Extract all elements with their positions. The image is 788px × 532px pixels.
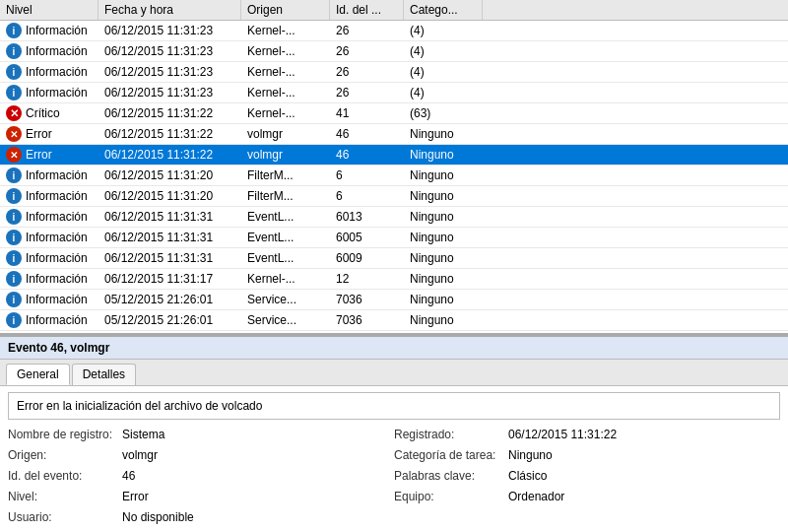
cat-cell: Ninguno <box>404 187 483 205</box>
nivel-text: Información <box>26 251 88 265</box>
origen-cell: Kernel-... <box>241 84 330 101</box>
nivel-text: Información <box>26 65 88 79</box>
field-label: Usuario: <box>8 510 116 524</box>
table-row[interactable]: iInformación06/12/2015 11:31:31EventL...… <box>0 207 788 228</box>
origen-cell: Kernel-... <box>241 22 330 39</box>
nivel-cell: iInformación <box>0 248 98 268</box>
field-value: Sistema <box>122 428 164 441</box>
fecha-cell: 06/12/2015 11:31:22 <box>98 104 241 122</box>
table-row[interactable]: ✕Crítico06/12/2015 11:31:22Kernel-...41(… <box>0 103 788 124</box>
info-icon: i <box>6 230 22 245</box>
id-cell: 41 <box>330 104 404 122</box>
nivel-text: Información <box>26 293 88 306</box>
id-cell: 26 <box>330 42 404 60</box>
error-icon: ✕ <box>6 147 22 163</box>
cat-cell: Ninguno <box>404 291 483 308</box>
detail-field-row: Categoría de tarea:Ninguno <box>394 448 780 462</box>
fecha-cell: 06/12/2015 11:31:23 <box>98 42 241 60</box>
table-row[interactable]: iInformación06/12/2015 11:31:23Kernel-..… <box>0 21 788 41</box>
table-row[interactable]: iInformación06/12/2015 11:31:31EventL...… <box>0 228 788 248</box>
info-icon: i <box>6 292 22 307</box>
field-value: Ordenador <box>508 490 564 503</box>
nivel-text: Información <box>26 24 88 37</box>
events-table-section: Nivel Fecha y hora Origen Id. del ... Ca… <box>0 0 788 335</box>
id-cell: 6009 <box>330 249 404 267</box>
field-value: 06/12/2015 11:31:22 <box>508 428 617 441</box>
col-header-cat[interactable]: Catego... <box>404 0 483 20</box>
table-row[interactable]: iInformación05/12/2015 21:26:01Service..… <box>0 331 788 332</box>
id-cell: 6 <box>330 187 404 205</box>
fecha-cell: 06/12/2015 11:31:20 <box>98 187 241 205</box>
origen-cell: Kernel-... <box>241 270 330 288</box>
table-row[interactable]: iInformación06/12/2015 11:31:20FilterM..… <box>0 166 788 186</box>
table-row[interactable]: iInformación06/12/2015 11:31:23Kernel-..… <box>0 41 788 62</box>
cat-cell: (4) <box>404 22 483 39</box>
info-icon: i <box>6 312 22 328</box>
cat-cell: Ninguno <box>404 146 483 164</box>
fecha-cell: 06/12/2015 11:31:23 <box>98 63 241 81</box>
table-row[interactable]: iInformación06/12/2015 11:31:23Kernel-..… <box>0 62 788 83</box>
field-value: 46 <box>122 469 135 483</box>
critical-icon: ✕ <box>6 105 22 121</box>
cat-cell: Ninguno <box>404 249 483 267</box>
cat-cell: (4) <box>404 42 483 60</box>
table-row[interactable]: iInformación05/12/2015 21:26:01Service..… <box>0 310 788 331</box>
nivel-text: Información <box>26 272 88 286</box>
id-cell: 6 <box>330 166 404 184</box>
field-value: Clásico <box>508 469 547 483</box>
field-label: Nivel: <box>8 490 116 503</box>
table-row[interactable]: iInformación06/12/2015 11:31:20FilterM..… <box>0 186 788 207</box>
detail-field-row: Equipo:Ordenador <box>394 490 780 503</box>
origen-cell: Kernel-... <box>241 63 330 81</box>
cat-cell: Ninguno <box>404 166 483 184</box>
tab-detalles[interactable]: Detalles <box>72 364 136 385</box>
fecha-cell: 06/12/2015 11:31:31 <box>98 229 241 246</box>
table-row[interactable]: iInformación05/12/2015 21:26:01Service..… <box>0 290 788 310</box>
col-header-fecha[interactable]: Fecha y hora <box>98 0 241 20</box>
detail-field-row: Nivel:Error <box>8 490 394 503</box>
fecha-cell: 06/12/2015 11:31:31 <box>98 249 241 267</box>
table-row[interactable]: ✕Error06/12/2015 11:31:22volmgr46Ninguno <box>0 145 788 166</box>
nivel-cell: iInformación <box>0 83 98 102</box>
cat-cell: Ninguno <box>404 270 483 288</box>
event-viewer: Nivel Fecha y hora Origen Id. del ... Ca… <box>0 0 788 532</box>
detail-field-row: Registrado:06/12/2015 11:31:22 <box>394 428 780 441</box>
origen-cell: EventL... <box>241 229 330 246</box>
col-header-id[interactable]: Id. del ... <box>330 0 404 20</box>
field-label: Registrado: <box>394 428 502 441</box>
table-row[interactable]: iInformación06/12/2015 11:31:31EventL...… <box>0 248 788 269</box>
info-icon: i <box>6 188 22 204</box>
id-cell: 7036 <box>330 291 404 308</box>
id-cell: 26 <box>330 84 404 101</box>
origen-cell: Kernel-... <box>241 42 330 60</box>
nivel-text: Información <box>26 231 88 244</box>
nivel-cell: iInformación <box>0 41 98 61</box>
cat-cell: (4) <box>404 84 483 101</box>
table-row[interactable]: iInformación06/12/2015 11:31:23Kernel-..… <box>0 83 788 103</box>
nivel-cell: iInformación <box>0 21 98 40</box>
info-icon: i <box>6 64 22 80</box>
col-header-origen[interactable]: Origen <box>241 0 330 20</box>
info-icon: i <box>6 250 22 266</box>
detail-left-col: Nombre de registro:SistemaOrigen:volmgrI… <box>8 428 394 527</box>
nivel-text: Crítico <box>26 106 60 120</box>
cat-cell: (63) <box>404 104 483 122</box>
nivel-cell: iInformación <box>0 62 98 82</box>
fecha-cell: 06/12/2015 11:31:17 <box>98 270 241 288</box>
nivel-text: Información <box>26 189 88 203</box>
fecha-cell: 05/12/2015 21:26:01 <box>98 291 241 308</box>
origen-cell: volmgr <box>241 125 330 143</box>
table-row[interactable]: ✕Error06/12/2015 11:31:22volmgr46Ninguno <box>0 124 788 145</box>
col-header-nivel[interactable]: Nivel <box>0 0 98 20</box>
fecha-cell: 06/12/2015 11:31:22 <box>98 125 241 143</box>
origen-cell: FilterM... <box>241 166 330 184</box>
tab-general[interactable]: General <box>6 364 70 385</box>
tabs-bar: General Detalles <box>0 360 788 386</box>
info-icon: i <box>6 209 22 225</box>
origen-cell: FilterM... <box>241 187 330 205</box>
table-row[interactable]: iInformación06/12/2015 11:31:17Kernel-..… <box>0 269 788 290</box>
info-icon: i <box>6 271 22 287</box>
nivel-cell: iInformación <box>0 186 98 206</box>
nivel-text: Información <box>26 210 88 224</box>
nivel-cell: iInformación <box>0 166 98 185</box>
